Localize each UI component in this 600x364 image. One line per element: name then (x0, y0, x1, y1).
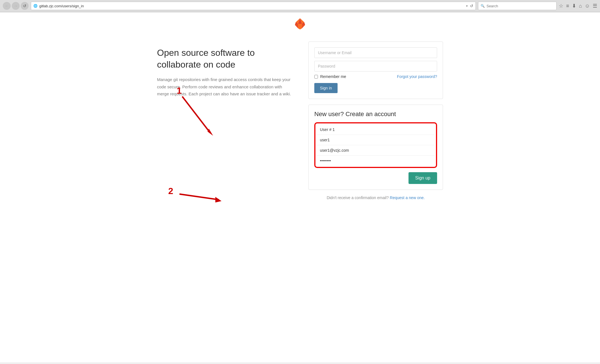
main-heading: Open source software to collaborate on c… (157, 47, 292, 70)
registration-form-highlight (314, 122, 437, 168)
confirmation-text: Didn't receive a confirmation email? (327, 195, 389, 200)
right-section: Remember me Forgot your password? Sign i… (308, 42, 443, 206)
download-icon[interactable]: ⬇ (572, 3, 576, 9)
forward-button[interactable]: → (12, 2, 20, 10)
new-user-section: New user? Create an account Sign up (308, 105, 443, 190)
reg-password-input[interactable] (317, 156, 435, 166)
form-options-row: Remember me Forgot your password? (314, 74, 437, 79)
signin-button[interactable]: Sign in (314, 83, 338, 93)
hamburger-menu-icon[interactable]: ☰ (593, 3, 597, 9)
search-icon: 🔍 (481, 4, 485, 8)
signin-form: Remember me Forgot your password? Sign i… (308, 42, 443, 99)
address-text: gitlab.zjc.com/users/sign_in (39, 4, 464, 8)
gitlab-fox-logo (293, 17, 307, 31)
search-input[interactable] (486, 4, 554, 8)
home-icon[interactable]: ⌂ (579, 3, 582, 9)
address-bar[interactable]: 🌐 gitlab.zjc.com/users/sign_in ▼ ↺ (31, 2, 476, 10)
confirmation-link[interactable]: Request a new one. (390, 195, 425, 200)
new-user-heading: New user? Create an account (314, 110, 437, 118)
svg-marker-8 (295, 24, 305, 29)
reg-email-input[interactable] (317, 145, 435, 156)
signup-row: Sign up (314, 172, 437, 184)
address-dropdown-icon[interactable]: ▼ (465, 4, 468, 8)
remember-me-label[interactable]: Remember me (314, 74, 346, 79)
forgot-password-link[interactable]: Forgot your password? (397, 74, 437, 79)
password-input[interactable] (314, 61, 437, 72)
page-content: Open source software to collaborate on c… (146, 33, 454, 214)
page-wrapper: Open source software to collaborate on c… (0, 12, 600, 362)
fullname-input[interactable] (317, 125, 435, 135)
menu-icon[interactable]: ≡ (566, 3, 569, 9)
reload-button[interactable]: ↺ (21, 2, 29, 10)
address-reload-icon[interactable]: ↺ (470, 4, 473, 8)
username-email-input[interactable] (314, 47, 437, 58)
search-bar[interactable]: 🔍 (478, 2, 557, 10)
confirmation-section: Didn't receive a confirmation email? Req… (308, 190, 443, 206)
main-description: Manage git repositories with fine graine… (157, 76, 292, 98)
reg-username-input[interactable] (317, 135, 435, 145)
bookmark-icon[interactable]: ☆ (559, 3, 563, 9)
address-lock-icon: 🌐 (33, 4, 38, 8)
profile-icon[interactable]: ☺ (585, 3, 590, 9)
gitlab-logo-header (0, 12, 600, 33)
signup-button[interactable]: Sign up (409, 172, 437, 184)
back-button[interactable]: ← (3, 2, 11, 10)
remember-me-checkbox[interactable] (314, 75, 318, 79)
browser-toolbar-icons: ☆ ≡ ⬇ ⌂ ☺ ☰ (559, 3, 597, 9)
left-section: Open source software to collaborate on c… (157, 42, 292, 98)
